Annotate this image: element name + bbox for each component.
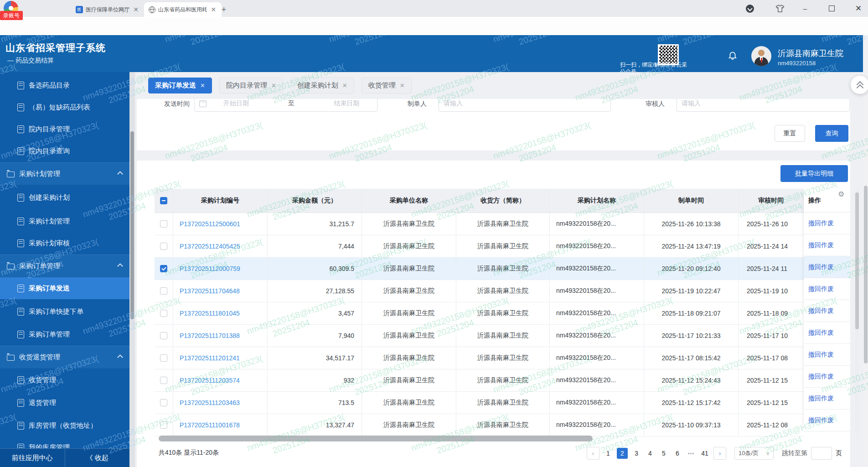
withdraw-void-link[interactable]: 撤回作废 bbox=[808, 394, 834, 403]
page-number-2[interactable]: 2 bbox=[617, 448, 628, 459]
plan-no-link[interactable]: P1372025112500601 bbox=[173, 213, 268, 235]
row-checkbox[interactable] bbox=[160, 332, 167, 339]
withdraw-void-link[interactable]: 撤回作废 bbox=[808, 263, 834, 271]
plan-no-link[interactable]: P1372025111203463 bbox=[173, 392, 268, 414]
reset-button[interactable]: 重置 bbox=[775, 125, 805, 142]
plan-no-link[interactable]: P1372025111201241 bbox=[173, 347, 268, 369]
row-checkbox[interactable] bbox=[160, 399, 167, 406]
page-size-select[interactable]: 10条/页∨ bbox=[734, 447, 774, 460]
select-all-checkbox[interactable] bbox=[160, 197, 167, 204]
next-page-button[interactable]: › bbox=[713, 447, 726, 460]
skin-theme-icon[interactable] bbox=[774, 0, 786, 17]
page-scrollbar-thumb[interactable] bbox=[864, 186, 868, 363]
sidebar-item-12[interactable]: 收货退货管理 bbox=[0, 346, 129, 368]
filter-input-2[interactable]: 请输入 bbox=[677, 99, 850, 112]
sidebar-item-10[interactable]: 采购订单快捷下单 bbox=[0, 301, 129, 322]
page-number-5[interactable]: 5 bbox=[659, 448, 669, 459]
jump-page-input[interactable] bbox=[811, 447, 832, 460]
withdraw-void-link[interactable]: 撤回作废 bbox=[808, 285, 834, 293]
go-app-center-button[interactable]: 前往应用中心 bbox=[0, 449, 65, 467]
row-checkbox[interactable] bbox=[160, 354, 167, 362]
withdraw-void-link[interactable]: 撤回作废 bbox=[808, 219, 834, 228]
window-minimize-button[interactable]: – bbox=[796, 0, 814, 17]
row-checkbox[interactable] bbox=[160, 265, 167, 272]
sidebar-item-8[interactable]: 采购订单管理 bbox=[0, 254, 129, 277]
workspace-tab-0[interactable]: 采购订单发送✕ bbox=[148, 78, 212, 93]
page-number-1[interactable]: 1 bbox=[603, 448, 613, 459]
sidebar-item-6[interactable]: 采购计划管理 bbox=[0, 210, 129, 232]
workspace-tab-1[interactable]: 院内目录管理✕ bbox=[219, 78, 283, 93]
page-number-6[interactable]: 6 bbox=[672, 448, 682, 459]
plan-no-link[interactable]: P1372025111001678 bbox=[173, 414, 268, 436]
sidebar-item-9[interactable]: 采购订单发送 bbox=[0, 277, 129, 299]
table-vscrollbar[interactable] bbox=[855, 189, 859, 433]
plan-no-link[interactable]: P1372025111203574 bbox=[173, 369, 268, 391]
sidebar-scrollbar[interactable] bbox=[129, 72, 135, 467]
row-checkbox[interactable] bbox=[160, 421, 167, 429]
plan-no-link[interactable]: P1372025112405425 bbox=[173, 235, 268, 257]
sidebar-scrollbar-thumb[interactable] bbox=[130, 131, 134, 319]
table-vscrollbar-thumb[interactable] bbox=[855, 192, 859, 329]
row-checkbox[interactable] bbox=[160, 220, 167, 228]
page-number-41[interactable]: 41 bbox=[700, 448, 710, 459]
withdraw-void-link[interactable]: 撤回作废 bbox=[808, 351, 834, 359]
withdraw-void-link[interactable]: 撤回作废 bbox=[808, 373, 834, 381]
sidebar-item-1[interactable]: （易）短缺药品列表 bbox=[0, 96, 129, 118]
browser-tab-0[interactable]: 医医疗保障单位网厅✕ bbox=[71, 2, 144, 17]
workspace-tab-close-icon[interactable]: ✕ bbox=[400, 82, 405, 89]
batch-export-button[interactable]: 批量导出明细 bbox=[780, 165, 848, 182]
row-checkbox[interactable] bbox=[160, 377, 167, 384]
new-tab-button[interactable]: + bbox=[218, 4, 230, 16]
withdraw-void-link[interactable]: 撤回作废 bbox=[808, 307, 834, 315]
sidebar-item-11[interactable]: 采购订单管理 bbox=[0, 323, 129, 345]
notification-bell-icon[interactable] bbox=[728, 50, 738, 62]
filter-input-1[interactable]: 请输入 bbox=[439, 99, 611, 112]
sidebar-item-4[interactable]: 采购计划管理 bbox=[0, 162, 129, 185]
column-settings-gear-icon[interactable]: ⚙ bbox=[838, 190, 844, 198]
page-number-4[interactable]: 4 bbox=[645, 448, 655, 459]
window-close-button[interactable]: ✕ bbox=[849, 0, 868, 17]
account-circle-icon[interactable] bbox=[744, 0, 755, 17]
plan-no-link[interactable]: P1372025112000759 bbox=[173, 258, 268, 280]
sidebar-item-0[interactable]: 备选药品目录 bbox=[0, 74, 129, 96]
search-button[interactable]: 查询 bbox=[815, 125, 848, 142]
workspace-tab-close-icon[interactable]: ✕ bbox=[342, 82, 347, 89]
receiver-cell: 沂源县南麻卫生院 bbox=[456, 392, 550, 414]
table-hscrollbar-thumb[interactable] bbox=[159, 436, 593, 441]
workspace-tab-2[interactable]: 创建采购计划✕ bbox=[290, 78, 354, 93]
workspace-tab-close-icon[interactable]: ✕ bbox=[200, 82, 205, 89]
sidebar-item-14[interactable]: 退货管理 bbox=[0, 392, 129, 414]
sidebar-item-13[interactable]: 收货管理 bbox=[0, 369, 129, 391]
withdraw-void-link[interactable]: 撤回作废 bbox=[808, 416, 834, 425]
prev-page-button[interactable]: ‹ bbox=[587, 447, 599, 460]
withdraw-void-link[interactable]: 撤回作废 bbox=[808, 241, 834, 249]
user-avatar[interactable] bbox=[751, 46, 771, 66]
tab-close-icon[interactable]: ✕ bbox=[210, 6, 217, 13]
page-number-3[interactable]: 3 bbox=[631, 448, 641, 459]
pages-ellipsis: ••• bbox=[686, 448, 696, 459]
receiver-cell: 沂源县南麻卫生院 bbox=[456, 325, 550, 347]
sidebar-item-3[interactable]: 院内目录查询 bbox=[0, 140, 129, 162]
login-account-badge[interactable]: 录账号 bbox=[0, 11, 23, 20]
plan-no-link[interactable]: P1372025111704648 bbox=[173, 280, 268, 302]
row-checkbox[interactable] bbox=[160, 310, 167, 317]
withdraw-void-link[interactable]: 撤回作废 bbox=[808, 329, 834, 337]
window-maximize-button[interactable] bbox=[822, 0, 841, 17]
table-hscrollbar[interactable] bbox=[159, 436, 783, 441]
plan-no-link[interactable]: P1372025111701388 bbox=[173, 325, 268, 347]
collapse-sidebar-button[interactable]: 《 收起 bbox=[65, 449, 130, 467]
tab-close-icon[interactable]: ✕ bbox=[132, 6, 140, 13]
sidebar-item-5[interactable]: 创建采购计划 bbox=[0, 187, 129, 208]
browser-tab-1[interactable]: 山东省药品和医用耗材招采管✕ bbox=[144, 2, 222, 17]
sidebar-item-7[interactable]: 采购计划审核 bbox=[0, 232, 129, 254]
page-scrollbar[interactable] bbox=[863, 35, 868, 467]
sidebar-item-15[interactable]: 库房管理（收货地址） bbox=[0, 415, 129, 436]
row-checkbox[interactable] bbox=[160, 243, 167, 250]
sidebar-item-2[interactable]: 院内目录管理 bbox=[0, 118, 129, 140]
row-checkbox[interactable] bbox=[160, 287, 167, 295]
plan-no-link[interactable]: P1372025111801045 bbox=[173, 302, 268, 324]
filter-input-0[interactable]: 开始日期至结束日期 bbox=[194, 99, 377, 112]
collapse-top-button[interactable] bbox=[851, 76, 868, 94]
workspace-tab-3[interactable]: 收货管理✕ bbox=[362, 78, 412, 93]
workspace-tab-close-icon[interactable]: ✕ bbox=[271, 82, 276, 89]
